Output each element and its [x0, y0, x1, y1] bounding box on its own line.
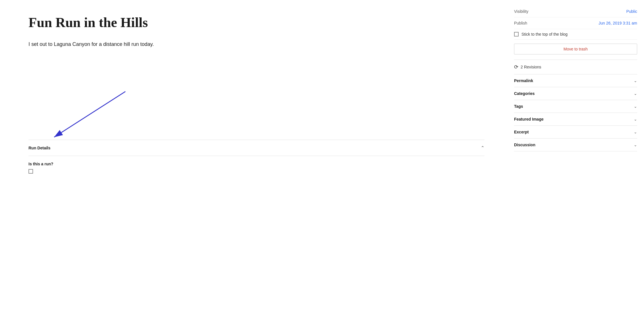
accordion-title-2: Tags	[514, 104, 523, 109]
run-details-header[interactable]: Run Details ⌃	[28, 140, 484, 156]
accordion-item-excerpt: Excerpt⌄	[514, 126, 637, 139]
accordion-header-3[interactable]: Featured Image⌄	[514, 113, 637, 125]
accordion-header-1[interactable]: Categories⌄	[514, 87, 637, 100]
is-run-checkbox[interactable]	[28, 169, 33, 174]
is-run-label: Is this a run?	[28, 162, 484, 166]
revisions-icon: ⟳	[514, 64, 518, 70]
post-title: Fun Run in the Hills	[28, 14, 484, 31]
accordion-title-4: Excerpt	[514, 130, 529, 134]
accordion-item-tags: Tags⌄	[514, 100, 637, 113]
run-details-title: Run Details	[28, 146, 50, 150]
sticky-label: Stick to the top of the blog	[521, 32, 568, 36]
accordion-header-0[interactable]: Permalink⌄	[514, 74, 637, 87]
accordion-title-5: Discussion	[514, 143, 535, 147]
accordion-header-5[interactable]: Discussion⌄	[514, 139, 637, 151]
accordion-chevron-2: ⌄	[634, 104, 637, 109]
accordion-item-discussion: Discussion⌄	[514, 139, 637, 151]
publish-label: Publish	[514, 21, 527, 25]
svg-line-1	[54, 92, 125, 137]
is-run-checkbox-row	[28, 169, 484, 174]
revisions-text: 2 Revisions	[521, 65, 541, 69]
accordion-header-2[interactable]: Tags⌄	[514, 100, 637, 113]
accordion-chevron-3: ⌄	[634, 117, 637, 121]
accordion-chevron-5: ⌄	[634, 143, 637, 147]
content-scrollable: Fun Run in the Hills I set out to Laguna…	[0, 0, 507, 327]
publish-value[interactable]: Jun 26, 2019 3:31 am	[599, 21, 637, 25]
visibility-row: Visibility Public	[514, 6, 637, 17]
post-body: I set out to Laguna Canyon for a distanc…	[28, 40, 484, 49]
accordion-item-permalink: Permalink⌄	[514, 74, 637, 87]
publish-row: Publish Jun 26, 2019 3:31 am	[514, 17, 637, 29]
accordion-title-0: Permalink	[514, 78, 533, 83]
visibility-value[interactable]: Public	[626, 9, 637, 14]
accordion-item-categories: Categories⌄	[514, 87, 637, 100]
revisions-row[interactable]: ⟳ 2 Revisions	[514, 60, 637, 74]
accordion-header-4[interactable]: Excerpt⌄	[514, 126, 637, 138]
accordion-title-1: Categories	[514, 91, 535, 96]
run-details-collapse-icon: ⌃	[481, 145, 484, 151]
bottom-panel: Run Details ⌃ Is this a run?	[28, 140, 484, 179]
sidebar: Visibility Public Publish Jun 26, 2019 3…	[507, 0, 644, 327]
sticky-checkbox[interactable]	[514, 32, 519, 36]
accordion-title-3: Featured Image	[514, 117, 543, 121]
accordion-container: Permalink⌄Categories⌄Tags⌄Featured Image…	[514, 74, 637, 151]
move-to-trash-button[interactable]: Move to trash	[514, 44, 637, 54]
page-wrapper: Fun Run in the Hills I set out to Laguna…	[0, 0, 644, 327]
sticky-row: Stick to the top of the blog	[514, 29, 637, 40]
run-details-body: Is this a run?	[28, 156, 484, 179]
content-wrapper: Fun Run in the Hills I set out to Laguna…	[0, 0, 507, 327]
accordion-chevron-4: ⌄	[634, 130, 637, 134]
accordion-chevron-1: ⌄	[634, 91, 637, 96]
accordion-chevron-0: ⌄	[634, 78, 637, 83]
annotation-arrow	[11, 89, 154, 146]
accordion-item-featured-image: Featured Image⌄	[514, 113, 637, 126]
visibility-label: Visibility	[514, 9, 528, 14]
